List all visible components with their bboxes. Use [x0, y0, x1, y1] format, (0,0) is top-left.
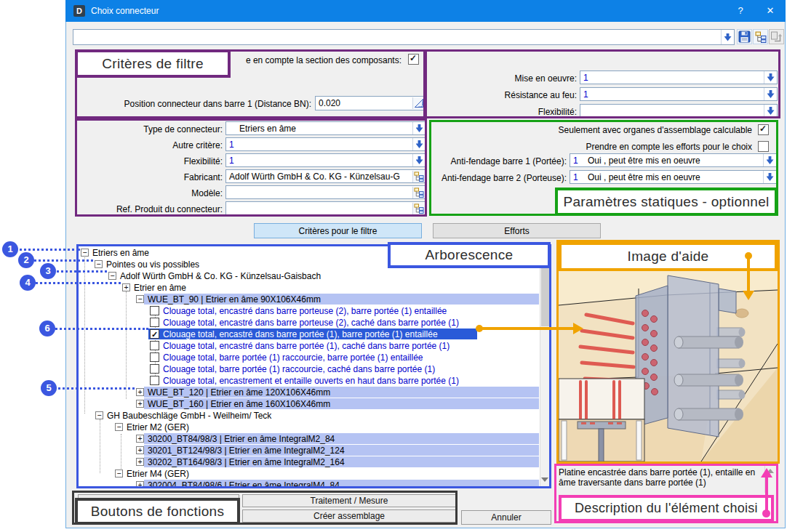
tree-expander-icon[interactable]: −: [81, 249, 89, 257]
save-icon[interactable]: [737, 29, 752, 44]
transfer-icon[interactable]: [769, 29, 784, 44]
dropdown-arrow-icon[interactable]: [764, 105, 777, 117]
antisplit-label-1: Anti-fendage barre 2 (Porteuse):: [382, 173, 567, 183]
tree-item-checkbox[interactable]: [150, 329, 159, 339]
static-checkbox-1[interactable]: [758, 141, 769, 152]
antisplit-control-0[interactable]: 1Oui , peut être mis en oeuvre: [570, 153, 777, 167]
field-control-4[interactable]: [225, 185, 426, 199]
dropdown-arrow-icon[interactable]: [764, 71, 777, 84]
tree-item-checkbox[interactable]: [150, 364, 159, 374]
section-checkbox[interactable]: [408, 54, 419, 65]
tree-item-label: 30201_BT124/98/3 | Etrier en âme Integra…: [148, 445, 345, 456]
tab-criteres-filtre[interactable]: Critères pour le filtre: [254, 223, 422, 238]
antisplit-label-0: Anti-fendage barre 1 (Portée):: [382, 156, 567, 166]
antisplit-control-1[interactable]: 1Oui , peut être mis en oeuvre: [570, 170, 777, 184]
measure-icon[interactable]: [412, 97, 425, 109]
position-input[interactable]: 0.020: [315, 96, 426, 110]
tree-row[interactable]: +30201_BT124/98/3 | Etrier en âme Integr…: [79, 445, 549, 456]
tree-row[interactable]: +WUE_BT_160 | Etrier en âme 160X106X46mm: [79, 398, 549, 410]
tree-item-label: 302004_BT84/98/6 | Etrier en âme Integra…: [148, 480, 340, 488]
cancel-button[interactable]: Annuler: [461, 510, 551, 525]
dropdown-arrow-icon[interactable]: [412, 138, 426, 150]
tree-expander-icon[interactable]: −: [108, 272, 116, 280]
close-button[interactable]: ✕: [761, 4, 780, 18]
tree-expander-icon[interactable]: +: [136, 400, 144, 408]
tree-item-label: 30200_BT84/98/3 | Etrier en âme Integral…: [148, 433, 335, 445]
orange-arrow-head-icon: [573, 323, 583, 334]
callout-badge-6: 6: [39, 321, 55, 336]
tree-expander-icon[interactable]: +: [136, 435, 144, 443]
tree-structure-icon[interactable]: [753, 29, 768, 44]
tree-row[interactable]: −Adolf Würth GmbH & Co. KG - Künzelsau-G…: [79, 270, 549, 282]
dropdown-arrow-icon[interactable]: [763, 171, 776, 183]
callout-badge-1: 1: [2, 241, 18, 257]
static-checkbox-0[interactable]: [758, 124, 769, 135]
tree-expander-icon[interactable]: +: [136, 458, 144, 466]
callout-badge-2: 2: [18, 252, 34, 268]
tree-item-label: Clouage total, barre portée (1) raccourc…: [163, 352, 423, 363]
screenshot-canvas: D Choix connecteur ? ✕ e en compte la se…: [0, 0, 787, 532]
tree-row[interactable]: +302004_BT84/98/6 | Etrier en âme Integr…: [79, 480, 549, 488]
tree-row[interactable]: Clouage total, encastrement et entaille …: [79, 375, 549, 387]
option-value-1: 1: [583, 89, 588, 100]
option-control-1[interactable]: 1: [580, 87, 778, 101]
tree-item-checkbox[interactable]: [150, 306, 159, 315]
help-button[interactable]: ?: [731, 4, 750, 18]
tree-item-checkbox[interactable]: [150, 341, 159, 350]
tree-expander-icon[interactable]: −: [115, 423, 123, 431]
browse-icon[interactable]: [412, 187, 425, 198]
tree-row[interactable]: Clouage total, encastré dans barre porté…: [79, 340, 549, 352]
tree-expander-icon[interactable]: +: [136, 446, 144, 454]
tree-scrollbar[interactable]: [540, 246, 549, 486]
tree-row[interactable]: −Etrier M4 (GER): [79, 468, 549, 480]
create-assembly-button[interactable]: Créer assemblage: [242, 509, 456, 523]
tree-expander-icon[interactable]: −: [95, 260, 103, 268]
title-bar[interactable]: [65, 0, 786, 22]
field-label-5: Ref. Produit du connecteur:: [79, 204, 223, 214]
transfer-glyph: [770, 31, 783, 43]
browse-icon[interactable]: [412, 203, 425, 214]
tab-efforts[interactable]: Efforts: [433, 223, 601, 238]
field-control-0[interactable]: Etriers en âme: [225, 121, 426, 135]
tree-expander-icon[interactable]: −: [115, 469, 123, 477]
dropdown-arrow-icon[interactable]: [412, 122, 426, 134]
dropdown-arrow-icon[interactable]: [721, 30, 734, 44]
tree-item-checkbox[interactable]: [150, 318, 159, 327]
dropdown-arrow-icon[interactable]: [764, 88, 777, 100]
field-control-5[interactable]: [225, 201, 426, 215]
option-control-2[interactable]: [580, 104, 778, 118]
field-label-1: Autre critère:: [79, 140, 223, 150]
tree-expander-icon[interactable]: −: [95, 411, 103, 419]
treatment-measure-button[interactable]: Traitement / Mesure: [242, 494, 456, 507]
tree-expander-icon[interactable]: −: [136, 295, 144, 303]
tree-expander-icon[interactable]: +: [122, 283, 130, 291]
tree-row[interactable]: −GH Baubeschläge GmbH - Weilheim/ Teck: [79, 410, 549, 422]
dropdown-arrow-icon[interactable]: [763, 154, 776, 166]
preset-combobox[interactable]: [73, 29, 735, 45]
tree-row[interactable]: +30200_BT84/98/3 | Etrier en âme Integra…: [79, 433, 549, 445]
field-control-1[interactable]: 1: [225, 137, 426, 151]
tree-row[interactable]: Clouage total, encastré dans barre porte…: [79, 305, 549, 317]
connector-tree[interactable]: −Etriers en âme−Pointes ou vis possibles…: [76, 244, 551, 488]
callout-line-1: [10, 249, 80, 251]
tree-row[interactable]: +Etrier en âme: [79, 282, 549, 294]
tree-row[interactable]: Clouage total, barre portée (1) raccourc…: [79, 352, 549, 363]
field-label-3: Fabricant:: [79, 172, 223, 182]
tree-item-checkbox[interactable]: [150, 376, 159, 385]
static-check-label-0: Seulement avec organes d'assemblage calc…: [466, 125, 752, 135]
tree-expander-icon[interactable]: +: [136, 388, 144, 396]
tree-expander-icon[interactable]: +: [136, 481, 144, 488]
antisplit-num-0: 1: [573, 156, 578, 166]
tree-item-checkbox[interactable]: [150, 352, 159, 362]
tree-row[interactable]: +30202_BT164/98/3 | Etrier en âme Integr…: [79, 456, 549, 468]
option-control-0[interactable]: 1: [580, 70, 778, 84]
tree-row[interactable]: Clouage total, barre portée (1) raccourc…: [79, 363, 549, 375]
tree-row[interactable]: −Etrier M2 (GER): [79, 422, 549, 433]
tree-scroll-down-icon[interactable]: [541, 477, 548, 482]
static-check-label-1: Prendre en compte les efforts pour le ch…: [466, 142, 752, 152]
antisplit-num-1: 1: [573, 172, 578, 182]
tree-row[interactable]: +WUE_BT_120 | Etrier en âme 120X106X46mm: [79, 387, 549, 398]
position-label: Position connecteur dans barre 1 (Distan…: [95, 99, 311, 109]
tree-row[interactable]: −WUE_BT_90 | Etrier en âme 90X106X46mm: [79, 294, 549, 305]
option-label-0: Mise en oeuvre:: [428, 73, 577, 84]
